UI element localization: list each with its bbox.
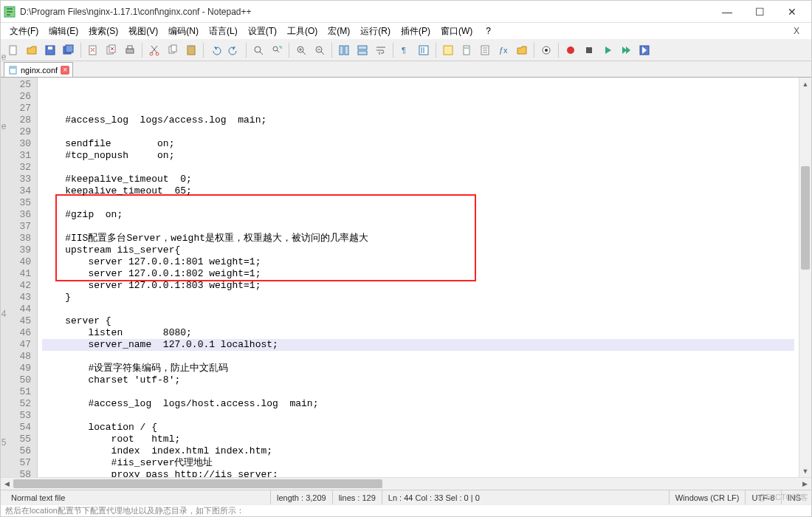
code-line[interactable]: #keepalive_timeout 0; <box>42 174 794 185</box>
code-line[interactable]: server 127.0.0.1:801 weight=1; <box>42 256 794 268</box>
zoom-in-button[interactable] <box>293 42 309 58</box>
status-eol[interactable]: Windows (CR LF) <box>670 490 746 504</box>
menu-help[interactable]: ? <box>481 24 495 38</box>
menu-encoding[interactable]: 编码(N) <box>164 24 203 39</box>
replace-button[interactable] <box>269 42 285 58</box>
line-number: 44 <box>1 304 31 315</box>
code-line[interactable] <box>42 162 794 174</box>
find-button[interactable] <box>250 42 266 58</box>
zoom-out-button[interactable] <box>312 42 328 58</box>
vertical-scrollbar[interactable]: ▲ ▼ <box>799 78 811 477</box>
proxy-pass-url[interactable]: http://iis_server; <box>174 469 278 477</box>
scroll-left-icon[interactable]: ◀ <box>1 478 13 490</box>
sync-v-button[interactable] <box>336 42 352 58</box>
save-button[interactable] <box>42 42 58 58</box>
code-line[interactable] <box>42 386 794 398</box>
code-editor[interactable]: #access_log logs/access.log main; sendfi… <box>38 78 799 477</box>
code-line[interactable]: server 127.0.0.1:803 weight=1; <box>42 280 794 292</box>
paste-button[interactable] <box>183 42 199 58</box>
menu-language[interactable]: 语言(L) <box>204 24 242 39</box>
app-icon <box>4 6 16 18</box>
menu-plugins[interactable]: 插件(P) <box>396 24 435 39</box>
monitor-button[interactable] <box>538 42 554 58</box>
doc-list-button[interactable] <box>477 42 493 58</box>
scroll-down-icon[interactable]: ▼ <box>799 465 811 477</box>
code-line[interactable]: root html; <box>42 434 794 445</box>
close-button[interactable]: ✕ <box>776 1 808 22</box>
code-line[interactable]: keepalive_timeout 65; <box>42 185 794 197</box>
menu-run[interactable]: 运行(R) <box>356 24 395 39</box>
code-line[interactable]: upstream iis_server{ <box>42 244 794 256</box>
status-mode[interactable]: INS <box>782 490 807 504</box>
code-line[interactable]: #access_log logs/host.access.log main; <box>42 398 794 410</box>
redo-button[interactable] <box>226 42 242 58</box>
code-line[interactable]: #tcp_nopush on; <box>42 150 794 162</box>
udf-button[interactable] <box>440 42 456 58</box>
folder-button[interactable] <box>514 42 530 58</box>
scroll-thumb-h[interactable] <box>13 479 382 488</box>
print-button[interactable] <box>122 42 138 58</box>
code-line[interactable]: #IIS配置多台Server，weight是权重，权重越大，被访问的几率越大 <box>42 233 794 244</box>
play-multi-button[interactable] <box>618 42 634 58</box>
code-line[interactable]: sendfile on; <box>42 138 794 150</box>
svg-rect-16 <box>190 45 193 47</box>
code-line[interactable]: server { <box>42 315 794 327</box>
save-all-button[interactable] <box>61 42 77 58</box>
indent-guide-button[interactable] <box>416 42 432 58</box>
undo-button[interactable] <box>207 42 224 58</box>
minimize-button[interactable]: — <box>711 1 743 22</box>
code-line[interactable]: index index.html index.htm; <box>42 445 794 457</box>
code-line[interactable]: location / { <box>42 422 794 434</box>
close-all-button[interactable] <box>103 42 120 58</box>
copy-button[interactable] <box>165 42 181 58</box>
menu-file[interactable]: 文件(F) <box>5 24 43 39</box>
menu-view[interactable]: 视图(V) <box>124 24 162 39</box>
code-line[interactable]: charset 'utf-8'; <box>42 374 794 386</box>
horizontal-scrollbar[interactable]: ◀ ▶ <box>1 477 811 490</box>
maximize-button[interactable]: ☐ <box>743 1 776 22</box>
func-list-button[interactable]: ƒx <box>495 42 512 58</box>
record-button[interactable] <box>562 42 579 58</box>
open-file-button[interactable] <box>24 42 40 58</box>
code-line[interactable] <box>42 410 794 422</box>
line-number: 54 <box>1 422 31 434</box>
show-all-chars-button[interactable]: ¶ <box>397 42 413 58</box>
code-line[interactable] <box>42 221 794 233</box>
new-file-button[interactable] <box>5 42 21 58</box>
menu-edit[interactable]: 编辑(E) <box>44 24 83 39</box>
menu-window[interactable]: 窗口(W) <box>436 24 477 39</box>
code-line[interactable]: listen 8080; <box>42 327 794 339</box>
menu-tools[interactable]: 工具(O) <box>283 24 322 39</box>
doc-map-button[interactable] <box>458 42 475 58</box>
scroll-right-icon[interactable]: ▶ <box>799 478 811 490</box>
wrap-button[interactable] <box>373 42 389 58</box>
close-file-button[interactable] <box>85 42 101 58</box>
code-line[interactable] <box>42 351 794 363</box>
code-line[interactable]: } <box>42 292 794 304</box>
play-button[interactable] <box>599 42 616 58</box>
cut-button[interactable] <box>146 42 162 58</box>
menu-search[interactable]: 搜索(S) <box>84 24 123 39</box>
scroll-thumb[interactable] <box>801 166 810 270</box>
code-line[interactable]: #gzip on; <box>42 209 794 221</box>
line-number: 35 <box>1 197 31 209</box>
menu-settings[interactable]: 设置(T) <box>244 24 281 39</box>
code-line[interactable]: server 127.0.0.1:802 weight=1; <box>42 268 794 280</box>
code-line[interactable]: #设置字符集编码，防止中文乱码 <box>42 363 794 374</box>
stop-button[interactable] <box>581 42 597 58</box>
code-line[interactable] <box>42 126 794 138</box>
scroll-up-icon[interactable]: ▲ <box>799 78 811 90</box>
save-macro-button[interactable] <box>636 42 653 58</box>
code-line[interactable]: #iis_server代理地址 <box>42 457 794 469</box>
code-line[interactable] <box>42 197 794 209</box>
code-line[interactable]: server_name 127.0.0.1 localhost; <box>42 339 794 351</box>
code-line[interactable]: #access_log logs/access.log main; <box>42 114 794 126</box>
menu-macro[interactable]: 宏(M) <box>323 24 354 39</box>
sync-h-button[interactable] <box>354 42 371 58</box>
alt-close-icon[interactable]: X <box>789 24 804 38</box>
file-tab[interactable]: nginx.conf × <box>4 62 73 77</box>
code-line[interactable]: proxy_pass http://iis_server; <box>42 469 794 477</box>
code-line[interactable] <box>42 304 794 315</box>
status-encoding[interactable]: UTF-8 <box>746 490 781 504</box>
close-tab-button[interactable]: × <box>61 66 69 75</box>
